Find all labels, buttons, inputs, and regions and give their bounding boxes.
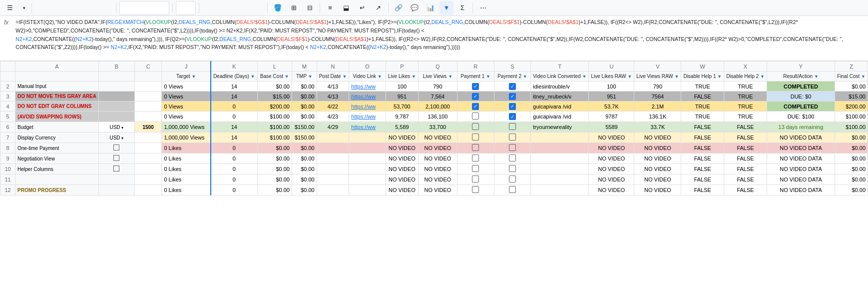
header-live-views[interactable]: Live Views ▼ [419,72,457,82]
col-r-header[interactable]: R [457,62,494,72]
border-btn[interactable]: ⊞ [287,1,301,15]
data-cell[interactable] [457,185,494,196]
rotate-btn[interactable]: ↗ [371,1,385,15]
col-a-header[interactable]: A [15,62,99,72]
valign-btn[interactable]: ⬓ [339,1,353,15]
header-live-likes[interactable]: Live Likes ▼ [386,72,418,82]
col-w-header[interactable]: W [681,62,724,72]
header-deadline[interactable]: Deadline (Days) ▼ [211,72,257,82]
italic-btn[interactable] [218,1,232,15]
header-live-likes-raw[interactable]: Live Likes RAW ▼ [589,72,634,82]
header-result-action[interactable]: Result/Action ▼ [767,72,835,82]
header-post-date[interactable]: Post Date ▼ [317,72,349,82]
col-p-header[interactable]: P [386,62,418,72]
divider5 [267,3,268,13]
data-cell[interactable] [457,164,494,174]
col-c-header[interactable]: C [134,62,162,72]
header-payment1[interactable]: Payment 1 ▼ [457,72,494,82]
col-v-header[interactable]: V [634,62,681,72]
data-cell: 53,700 [386,102,418,112]
zoom-dropdown[interactable]: ▾ [19,1,28,15]
col-b-header[interactable]: B [98,62,134,72]
comment-btn[interactable]: 💬 [408,1,422,15]
data-cell[interactable]: ✓ [457,92,494,102]
bold-btn[interactable] [202,1,216,15]
data-cell: 5,589 [386,122,418,132]
header-disable-help1[interactable]: Disable Help 1 ▼ [681,72,724,82]
col-q-header[interactable]: Q [419,62,457,72]
more-btn[interactable]: ⋯ [476,1,490,15]
data-cell[interactable] [457,112,494,122]
header-final-cost[interactable]: Final Cost ▼ [835,72,868,82]
data-cell[interactable]: ✓ [494,92,531,102]
link-btn[interactable]: 🔗 [392,1,406,15]
percent-format-btn[interactable] [51,1,65,15]
font-size-input[interactable] [176,1,196,15]
menu-icon[interactable]: ☰ [3,1,17,15]
function-btn[interactable]: Σ [455,1,469,15]
data-cell[interactable] [457,174,494,185]
data-cell[interactable] [494,143,531,154]
data-cell: NO VIDEO [386,185,418,196]
decimal2-format-btn[interactable] [83,1,97,15]
data-cell[interactable] [494,122,531,132]
strikethrough-btn[interactable] [234,1,248,15]
data-cell: $0.00 [257,82,292,92]
col-z-header[interactable]: Z [835,62,868,72]
data-cell: itney_nrubeck/v [531,92,589,102]
sidebar-col-b [98,92,134,102]
col-x-header[interactable]: X [724,62,767,72]
data-cell: $100.00 [257,122,292,132]
data-cell[interactable]: ✓ [494,112,531,122]
header-video-link-conv[interactable]: Video Link Converted ▼ [531,72,589,82]
decimal0-format-btn[interactable] [67,1,81,15]
chart-btn[interactable]: 📊 [424,1,437,15]
data-cell[interactable] [494,174,531,185]
data-cell[interactable]: ✓ [457,82,494,92]
data-cell[interactable] [457,132,494,143]
align-btn[interactable]: ≡ [323,1,337,15]
col-j-header[interactable]: J [162,62,211,72]
col-m-header[interactable]: M [292,62,317,72]
data-cell[interactable] [457,122,494,132]
table-row: 8One-time Payment0 Likes0$0.00$0.00NO VI… [0,143,868,154]
col-l-header[interactable]: L [257,62,292,72]
col-o-header[interactable]: O [349,62,386,72]
sidebar-col-b [98,164,134,174]
data-cell: NO VIDEO [634,174,681,185]
col-s-header[interactable]: S [494,62,531,72]
header-tmp[interactable]: TMP ▼ [292,72,317,82]
data-cell[interactable] [457,143,494,154]
data-cell: $0.00 [292,185,317,196]
data-cell: 9787 [589,112,634,122]
data-cell[interactable] [457,154,494,164]
fill-color-btn[interactable]: 🪣 [271,1,285,15]
col-k-header[interactable]: K [211,62,257,72]
wrap-btn[interactable]: ↵ [355,1,369,15]
data-cell[interactable]: ✓ [494,82,531,92]
col-t-header[interactable]: T [531,62,589,72]
data-cell: NO VIDEO DATA [767,174,835,185]
col-y-header[interactable]: Y [767,62,835,72]
header-base-cost[interactable]: Base Cost ▼ [257,72,292,82]
col-n-header[interactable]: N [317,62,349,72]
col-u-header[interactable]: U [589,62,634,72]
merge-btn[interactable]: ⊟ [303,1,317,15]
data-cell[interactable] [494,185,531,196]
underline-btn[interactable] [250,1,264,15]
header-video-link[interactable]: Video Link ▼ [349,72,386,82]
filter-btn[interactable]: ▼ [439,1,453,15]
data-cell[interactable] [494,132,531,143]
data-cell[interactable] [494,154,531,164]
header-payment2[interactable]: Payment 2 ▼ [494,72,531,82]
data-cell[interactable]: ✓ [457,102,494,112]
sidebar-col-b [98,112,134,122]
header-target[interactable]: Target ▼ [162,72,211,82]
more-format-btn[interactable] [99,1,113,15]
currency-format-btn[interactable] [35,1,49,15]
font-name-input[interactable] [119,1,169,15]
header-live-views-raw[interactable]: Live Views RAW ▼ [634,72,681,82]
data-cell[interactable]: ✓ [494,102,531,112]
header-disable-help2[interactable]: Disable Help 2 ▼ [724,72,767,82]
data-cell[interactable] [494,164,531,174]
